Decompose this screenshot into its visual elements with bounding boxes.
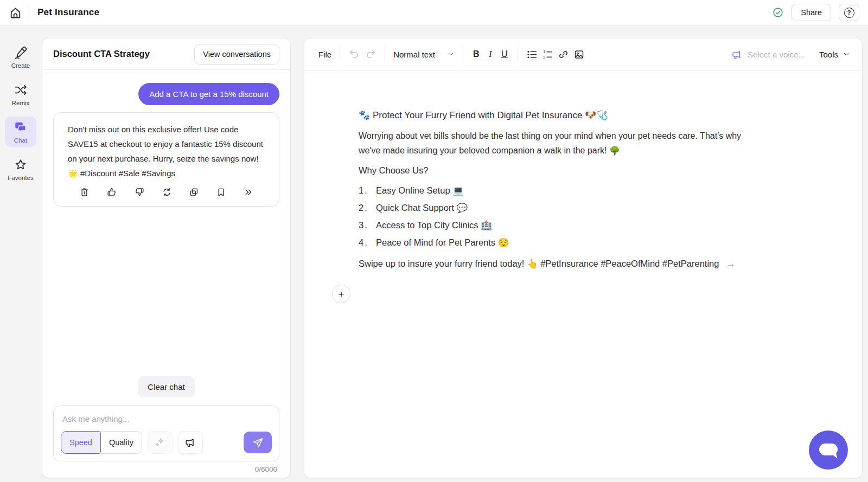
trash-icon	[79, 187, 90, 197]
paragraph-style-dropdown[interactable]: Normal text	[391, 48, 457, 61]
document-heading: 🐾 Protect Your Furry Friend with Digital…	[359, 110, 760, 121]
list-item-text: Easy Online Setup 💻	[376, 185, 464, 196]
top-header: Pet Insurance Share ?	[0, 0, 868, 25]
thumbs-up-button[interactable]	[105, 185, 118, 198]
page-title: Pet Insurance	[37, 7, 99, 18]
sidebar-item-label: Create	[11, 62, 30, 69]
list-item: 4. Peace of Mind for Pet Parents 😌	[359, 237, 760, 248]
chat-panel-header: Discount CTA Strategy View conversations	[42, 38, 290, 70]
chat-input-controls: Speed Quality	[61, 431, 272, 454]
help-button[interactable]: ?	[839, 4, 859, 21]
chat-input[interactable]	[61, 413, 272, 431]
pencil-icon	[14, 46, 28, 60]
delete-message-button[interactable]	[78, 185, 91, 198]
mode-toggle: Speed Quality	[61, 431, 142, 454]
redo-icon	[365, 48, 376, 60]
home-icon	[9, 6, 22, 20]
sidebar-item-remix[interactable]: Remix	[5, 79, 36, 110]
underline-button[interactable]: U	[497, 47, 512, 61]
view-conversations-button[interactable]: View conversations	[194, 44, 279, 65]
list-item-text: Access to Top City Clinics 🏥	[376, 220, 492, 230]
editor-toolbar: File Normal text	[304, 38, 862, 70]
list-item: 2. Quick Chat Support 💬	[359, 203, 760, 213]
underline-label: U	[501, 49, 508, 59]
insert-link-button[interactable]	[556, 47, 571, 62]
list-item: 3. Access to Top City Clinics 🏥	[359, 220, 760, 230]
document-numbered-list: 1. Easy Online Setup 💻 2. Quick Chat Sup…	[359, 185, 760, 248]
ai-message-text: Don't miss out on this exclusive offer! …	[68, 122, 265, 181]
improve-button[interactable]	[148, 431, 173, 454]
insert-to-editor-button[interactable]	[242, 185, 254, 198]
file-menu-button[interactable]: File	[316, 48, 334, 61]
quality-toggle[interactable]: Quality	[101, 431, 142, 454]
svg-text:1: 1	[543, 49, 545, 54]
tools-label: Tools	[819, 50, 838, 59]
numbered-list-button[interactable]: 1 2	[540, 47, 556, 62]
link-icon	[558, 49, 569, 60]
list-item-number: 2.	[359, 203, 376, 213]
closing-text: Swipe up to insure your furry friend tod…	[359, 259, 719, 269]
question-icon: ?	[844, 8, 854, 18]
insert-image-button[interactable]	[571, 47, 587, 62]
image-icon	[573, 49, 585, 60]
refresh-icon	[162, 187, 172, 197]
undo-button[interactable]	[346, 46, 362, 62]
chat-input-box: Speed Quality	[53, 406, 279, 461]
sparkles-icon	[154, 436, 166, 448]
shuffle-icon	[14, 83, 28, 97]
send-button[interactable]	[244, 432, 272, 453]
bookmark-button[interactable]	[215, 185, 227, 198]
double-chevron-right-icon	[243, 187, 253, 197]
voice-button[interactable]	[178, 431, 203, 454]
list-item-text: Peace of Mind for Pet Parents 😌	[376, 237, 509, 248]
bullet-list-button[interactable]	[524, 47, 540, 62]
clear-chat-button[interactable]: Clear chat	[138, 376, 194, 397]
document-editor[interactable]: + 🐾 Protect Your Furry Friend with Digit…	[304, 70, 814, 269]
header-divider	[29, 5, 29, 20]
star-icon	[14, 158, 28, 172]
select-voice-button[interactable]: Select a voice...	[731, 49, 805, 60]
ai-message-card: Don't miss out on this exclusive offer! …	[53, 112, 279, 207]
tools-dropdown[interactable]: Tools	[819, 50, 850, 59]
sidebar-item-favorites[interactable]: Favorites	[5, 154, 36, 184]
voice-megaphone-icon	[731, 49, 743, 60]
thumbs-down-icon	[134, 187, 145, 197]
share-button[interactable]: Share	[792, 4, 831, 21]
chat-panel: Discount CTA Strategy View conversations…	[42, 38, 291, 478]
speed-toggle[interactable]: Speed	[61, 431, 101, 454]
bullet-list-icon	[526, 49, 538, 60]
list-item-number: 1.	[359, 185, 376, 196]
left-sidebar: Create Remix Chat Favorite	[0, 25, 41, 482]
list-item-text: Quick Chat Support 💬	[376, 203, 468, 213]
toolbar-divider	[463, 47, 463, 61]
bold-label: B	[473, 49, 480, 59]
saved-check-icon	[772, 7, 784, 18]
thumbs-down-button[interactable]	[133, 185, 146, 198]
char-counter: 0/6000	[255, 465, 277, 473]
document-closing-line: Swipe up to insure your furry friend tod…	[359, 258, 760, 269]
chevron-down-icon	[447, 50, 455, 58]
sidebar-item-label: Remix	[12, 100, 30, 106]
italic-button[interactable]: I	[483, 47, 497, 61]
thumbs-up-icon	[106, 187, 117, 197]
undo-icon	[348, 48, 360, 60]
redo-button[interactable]	[362, 46, 379, 62]
bold-button[interactable]: B	[469, 47, 483, 61]
regenerate-button[interactable]	[161, 185, 173, 198]
sidebar-item-label: Favorites	[8, 175, 33, 181]
sidebar-item-create[interactable]: Create	[5, 42, 36, 72]
right-arrow-glyph: →	[725, 258, 735, 269]
toolbar-divider	[340, 47, 340, 61]
list-item: 1. Easy Online Setup 💻	[359, 185, 760, 196]
add-block-button[interactable]: +	[332, 285, 350, 303]
italic-label: I	[489, 49, 492, 59]
home-button[interactable]	[9, 6, 22, 20]
toolbar-divider	[518, 47, 518, 61]
toolbar-divider	[385, 47, 385, 61]
ai-message-actions	[68, 185, 265, 201]
copy-button[interactable]	[188, 185, 200, 198]
plus-icon: +	[338, 289, 344, 299]
chat-messages: Add a CTA to get a 15% discount Don't mi…	[42, 70, 290, 376]
support-chat-launcher[interactable]	[809, 430, 848, 470]
sidebar-item-chat[interactable]: Chat	[5, 117, 36, 147]
